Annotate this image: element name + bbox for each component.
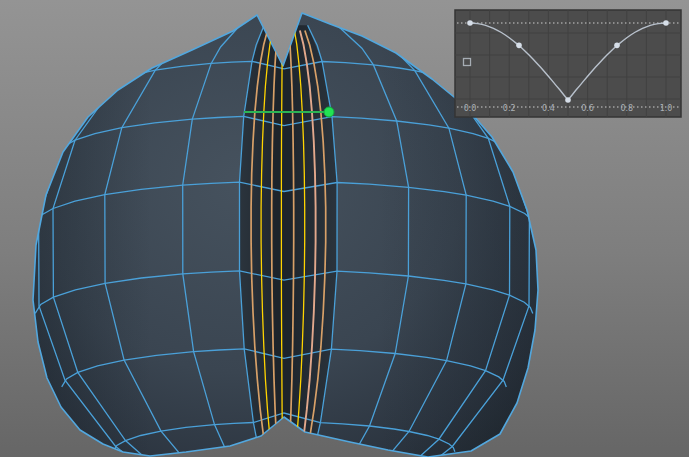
curve-control-point[interactable] <box>614 43 620 49</box>
curve-control-point[interactable] <box>516 43 522 49</box>
curve-control-point[interactable] <box>467 20 473 26</box>
axis-tick-label: 0.8 <box>620 104 633 113</box>
axis-tick-label: 0.6 <box>581 104 594 113</box>
axis-tick-label: 1.0 <box>660 104 673 113</box>
soft-select-center-handle[interactable] <box>324 107 334 117</box>
curve-control-point[interactable] <box>663 20 669 26</box>
curve-control-point[interactable] <box>565 97 571 103</box>
viewport-3d[interactable]: 0.00.20.40.60.81.0 <box>0 0 689 457</box>
axis-tick-label: 0.0 <box>464 104 477 113</box>
crease-groove <box>240 25 338 457</box>
axis-tick-label: 0.2 <box>503 104 516 113</box>
falloff-curve-panel[interactable]: 0.00.20.40.60.81.0 <box>455 10 681 117</box>
axis-tick-label: 0.4 <box>542 104 555 113</box>
